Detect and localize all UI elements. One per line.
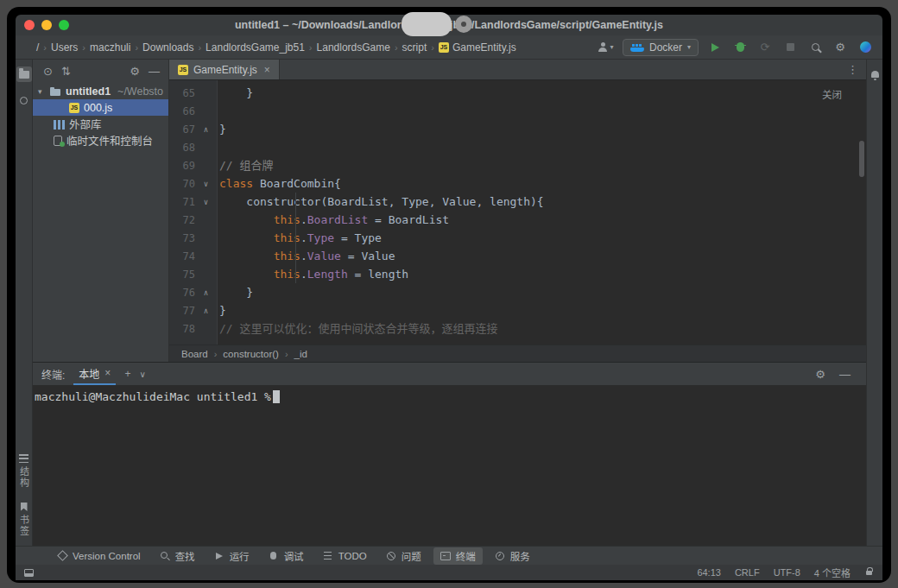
gutter-line: 70∨ (169, 174, 217, 193)
breadcrumb-item[interactable]: JSGameEntity.js (439, 41, 516, 54)
code-line[interactable]: this.Value = Value (219, 247, 866, 265)
traffic-lights (16, 20, 69, 30)
breadcrumb-item[interactable]: LandlordsGame (317, 41, 390, 54)
scratches-icon (54, 136, 62, 146)
status-line-separator[interactable]: CRLF (735, 567, 760, 578)
editor-breadcrumbs: Board›constructor()›_id (169, 345, 866, 362)
titlebar[interactable]: untitled1 – ~/Downloads/LandlordsGame_jb… (16, 15, 882, 35)
code-line[interactable]: } (219, 120, 866, 138)
editor-scrollbar[interactable] (859, 141, 864, 177)
close-tab-icon[interactable]: × (104, 367, 111, 379)
breadcrumb-label: / (36, 41, 39, 54)
locate-file-icon[interactable]: ⊙ (43, 66, 53, 77)
editor-breadcrumb-item[interactable]: constructor() (223, 349, 279, 359)
toolwindow-button-debug[interactable]: 调试 (262, 547, 311, 565)
breadcrumb-item[interactable]: maczhuli (90, 41, 130, 54)
toolwindow-button-version-control[interactable]: Version Control (50, 549, 148, 563)
indent-guide (295, 193, 296, 283)
code-line[interactable] (219, 102, 866, 120)
settings-button[interactable]: ⚙ (832, 39, 849, 56)
gear-icon[interactable]: ⚙ (130, 66, 140, 77)
code-line[interactable]: // 组合牌 (219, 156, 866, 174)
breadcrumb-item[interactable]: Users (51, 41, 78, 54)
toolwindow-toggle-button[interactable] (21, 565, 36, 580)
hide-panel-icon[interactable]: — (839, 369, 851, 380)
stop-button[interactable] (781, 39, 799, 56)
tree-item-file-000-js[interactable]: JS000.js (33, 99, 168, 116)
breadcrumb-item[interactable]: script (402, 41, 427, 54)
toolwindow-toggle-icon (24, 569, 34, 577)
breadcrumb-item[interactable]: Downloads (142, 41, 193, 54)
code-line[interactable] (219, 138, 866, 156)
code-line[interactable]: } (219, 301, 866, 319)
tree-item-external-libraries[interactable]: 外部库 (33, 116, 168, 132)
toolwindow-button-structure[interactable]: 结构 (17, 454, 31, 489)
notifications-button[interactable] (867, 66, 882, 82)
rerun-button[interactable]: ⟳ (756, 39, 774, 56)
expand-collapse-icon[interactable]: ⇅ (61, 66, 71, 77)
code-token: Value (307, 250, 341, 262)
editor-breadcrumb-item[interactable]: Board (181, 349, 208, 359)
close-tab-icon[interactable]: × (264, 64, 270, 76)
tab-options-icon[interactable]: ⋮ (839, 60, 866, 79)
code-line[interactable]: this.BoardList = BoardList (219, 211, 866, 229)
minimize-window-button[interactable] (41, 20, 52, 30)
hide-panel-icon[interactable]: — (149, 66, 160, 77)
tab-gameentity-js[interactable]: JS GameEntity.js × (169, 60, 280, 79)
gear-icon[interactable]: ⚙ (815, 369, 825, 380)
toolwindow-button-terminal[interactable]: 终端 (433, 547, 483, 565)
chevron-down-icon[interactable]: ▾ (38, 87, 46, 96)
breadcrumb-item[interactable]: / (36, 41, 39, 54)
terminal-tab-local[interactable]: 本地 × (73, 363, 116, 385)
code-token: // 组合牌 (219, 159, 273, 172)
chevron-down-icon[interactable]: ∨ (139, 370, 145, 379)
code-line[interactable]: constructor(BoardList, Type, Value, leng… (219, 193, 866, 211)
new-terminal-icon[interactable]: + (124, 368, 130, 380)
toolwindow-button-todo[interactable]: TODO (316, 549, 374, 563)
lock-icon[interactable] (866, 571, 872, 575)
code-token: this (274, 213, 300, 226)
code-line[interactable]: this.Length = length (219, 265, 866, 283)
code-with-me-button[interactable] (857, 39, 874, 56)
toolwindow-button-bookmarks[interactable]: 书签 (17, 503, 31, 537)
status-indent-style[interactable]: 4 个空格 (814, 566, 851, 579)
zoom-window-button[interactable] (59, 20, 69, 30)
toolwindow-button-services[interactable]: 服务 (488, 547, 537, 565)
search-everywhere-button[interactable] (806, 39, 824, 56)
code-editor[interactable]: 656667∧686970∨71∨7273747576∧77∧78 }}// 组… (169, 80, 866, 345)
fold-marker-icon[interactable]: ∧ (195, 125, 217, 134)
status-file-encoding[interactable]: UTF-8 (774, 567, 800, 578)
breadcrumb-item[interactable]: LandlordsGame_jb51 (206, 41, 305, 54)
docker-icon (630, 42, 644, 52)
fold-marker-icon[interactable]: ∧ (195, 307, 217, 315)
project-toolwindow-button[interactable] (16, 66, 32, 82)
status-caret-position[interactable]: 64:13 (697, 567, 721, 578)
tree-item-scratches-and-consoles[interactable]: 临时文件和控制台 (33, 132, 168, 149)
close-link[interactable]: 关闭 (822, 87, 842, 101)
fold-marker-icon[interactable]: ∧ (195, 288, 217, 297)
close-window-button[interactable] (24, 20, 35, 30)
code-line[interactable]: // 这里可以优化：使用中间状态合并等级，逐组再连接 (219, 319, 866, 338)
fold-marker-icon[interactable]: ∨ (195, 198, 217, 206)
terminal-output[interactable]: maczhuli@MaczhulideiMac untitled1 % (33, 385, 866, 546)
gutter-line: 65 (169, 84, 217, 102)
code-line[interactable]: } (219, 283, 866, 301)
code-content[interactable]: }}// 组合牌class BoardCombin{ constructor(B… (218, 80, 866, 345)
code-token (219, 250, 274, 262)
code-line[interactable]: class BoardCombin{ (219, 174, 866, 193)
debug-button[interactable] (731, 39, 749, 56)
tree-item-root-untitled1[interactable]: ▾untitled1~/Websto (33, 83, 168, 99)
run-configuration-select[interactable]: Docker ▾ (623, 39, 699, 56)
toolwindow-button-problems[interactable]: 问题 (379, 547, 428, 565)
code-line[interactable]: this.Type = Type (219, 229, 866, 247)
code-line[interactable]: } (219, 84, 866, 102)
breadcrumb-separator: › (285, 349, 288, 359)
commit-toolwindow-button[interactable] (16, 92, 32, 108)
toolwindow-button-find[interactable]: 查找 (153, 547, 202, 565)
profile-icon[interactable]: ▾ (598, 39, 615, 56)
editor-breadcrumb-item[interactable]: _id (294, 349, 307, 359)
run-button[interactable] (706, 39, 724, 56)
fold-marker-icon[interactable]: ∨ (195, 180, 217, 188)
toolwindow-button-run[interactable]: 运行 (207, 547, 256, 565)
tree-item-label: 外部库 (69, 116, 102, 132)
